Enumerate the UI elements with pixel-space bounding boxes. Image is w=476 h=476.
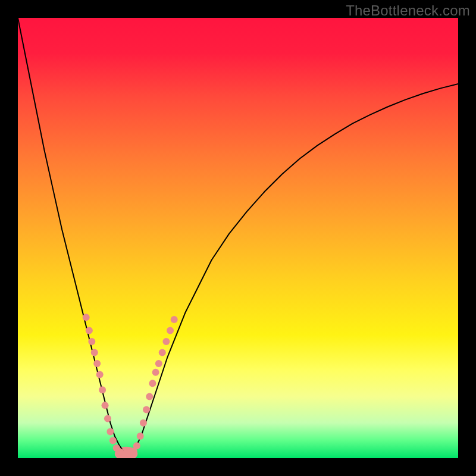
bottleneck-chart: [18, 18, 458, 458]
data-point: [96, 371, 104, 378]
data-point: [167, 327, 174, 334]
data-point: [99, 386, 106, 393]
data-point: [104, 415, 111, 422]
data-point: [83, 314, 90, 321]
data-point: [133, 442, 140, 449]
data-point: [143, 406, 150, 414]
watermark-text: TheBottleneck.com: [346, 2, 470, 19]
data-point: [107, 428, 114, 436]
data-point: [149, 380, 156, 387]
data-point: [171, 316, 178, 323]
data-point: [162, 338, 170, 345]
data-point: [137, 433, 144, 440]
data-point: [155, 360, 162, 367]
data-point: [146, 393, 153, 400]
data-point: [140, 419, 147, 427]
data-point: [152, 369, 159, 376]
data-point: [88, 338, 95, 345]
data-point: [86, 327, 93, 334]
bottleneck-curve: [18, 18, 458, 454]
data-point: [102, 402, 109, 409]
data-point: [93, 360, 101, 367]
data-point: [109, 437, 117, 444]
data-point: [91, 349, 98, 356]
data-point: [159, 349, 166, 356]
